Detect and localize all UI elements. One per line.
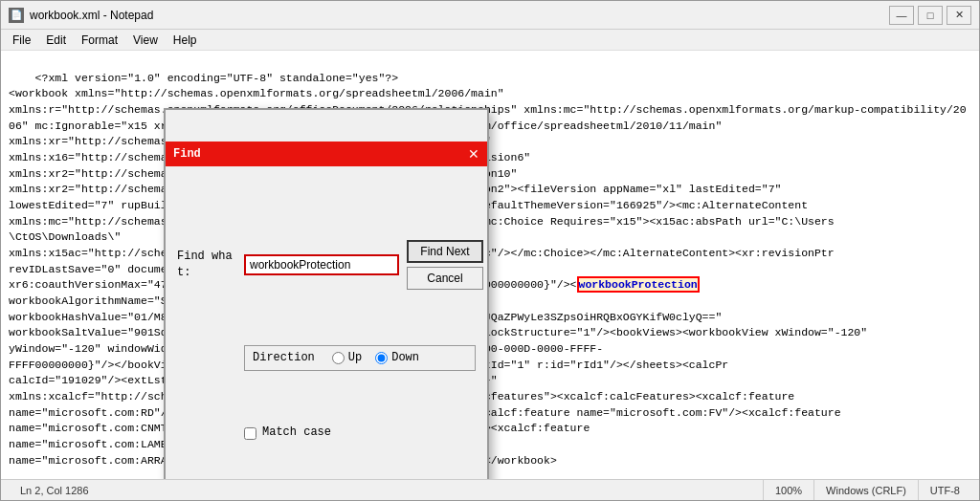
menu-edit[interactable]: Edit [38,32,74,49]
menu-bar: File Edit Format View Help [1,30,979,51]
match-case-checkbox[interactable] [244,427,256,440]
menu-view[interactable]: View [125,32,166,49]
status-position: Ln 2, Col 1286 [9,480,764,500]
find-next-button[interactable]: Find Next [407,240,483,263]
title-bar: 📄 workbook.xml - Notepad — □ ✕ [1,1,979,30]
encoding: UTF-8 [930,485,960,496]
find-dialog: Find ✕ Find what: Find Next Cancel Direc… [164,108,489,479]
highlighted-text: workbookProtection [577,276,700,293]
find-what-input[interactable] [244,254,399,275]
cancel-button[interactable]: Cancel [407,267,483,290]
status-encoding: UTF-8 [919,480,971,500]
status-line-endings: Windows (CRLF) [814,480,919,500]
direction-up-radio[interactable] [332,352,345,364]
wrap-around-label: Wrap around [262,477,338,479]
direction-down-radio[interactable] [375,352,388,364]
minimize-button[interactable]: — [889,6,914,25]
direction-group: Direction Up Down [244,345,476,371]
status-zoom: 100% [764,480,814,500]
menu-help[interactable]: Help [166,32,205,49]
status-bar: Ln 2, Col 1286 100% Windows (CRLF) UTF-8 [1,479,979,500]
direction-label: Direction [253,350,315,366]
menu-format[interactable]: Format [74,32,125,49]
match-case-label: Match case [262,425,331,441]
find-action-buttons: Find Next Cancel [407,240,483,290]
direction-up-label[interactable]: Up [332,350,362,366]
find-dialog-body: Find what: Find Next Cancel Direction Up [166,199,487,479]
find-dialog-title-text: Find [173,146,201,163]
close-button[interactable]: ✕ [947,6,971,25]
window-title: workbook.xml - Notepad [30,9,889,22]
line-endings: Windows (CRLF) [826,485,906,496]
menu-file[interactable]: File [5,32,38,49]
maximize-button[interactable]: □ [918,6,943,25]
window-icon: 📄 [9,8,24,23]
find-what-label: Find what: [177,249,244,282]
wrap-around-row: Wrap around [244,477,476,479]
text-content[interactable]: <?xml version="1.0" encoding="UTF-8" sta… [1,51,979,479]
cursor-position: Ln 2, Col 1286 [20,485,89,496]
find-dialog-title-bar: Find ✕ [166,142,487,166]
main-window: 📄 workbook.xml - Notepad — □ ✕ File Edit… [0,0,980,501]
find-dialog-close-button[interactable]: ✕ [468,147,479,161]
up-label-text: Up [348,350,362,366]
direction-down-label[interactable]: Down [375,350,419,366]
find-what-row: Find what: Find Next Cancel [177,240,476,290]
zoom-level: 100% [775,485,802,496]
match-case-row: Match case [244,425,476,441]
down-label-text: Down [391,350,419,366]
title-bar-buttons: — □ ✕ [889,6,971,25]
